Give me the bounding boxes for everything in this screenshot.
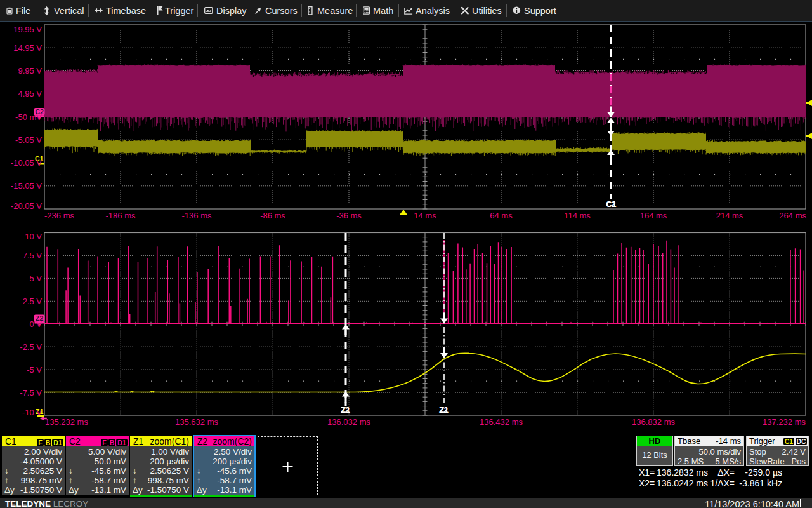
svg-text:-2.5 V: -2.5 V [20,342,42,352]
svg-text:2.5 V: 2.5 V [23,297,43,306]
svg-text:-10 V: -10 V [22,408,42,417]
svg-text:19.95 V: 19.95 V [13,25,42,34]
svg-text:-5.05 V: -5.05 V [15,135,42,145]
svg-text:10 V: 10 V [25,232,42,241]
svg-text:14.95 V: 14.95 V [13,43,42,53]
svg-text:9.95 V: 9.95 V [18,66,42,76]
svg-text:-10.05 V: -10.05 V [11,158,42,168]
svg-text:136.432 ms: 136.432 ms [480,417,523,427]
svg-text:136.832 ms: 136.832 ms [632,417,675,427]
svg-text:C2: C2 [606,200,616,209]
svg-text:14 ms: 14 ms [414,211,436,220]
svg-text:-50 mV: -50 mV [15,112,42,122]
svg-text:5 V: 5 V [29,274,42,283]
svg-text:-5 V: -5 V [27,365,42,375]
svg-text:-186 ms: -186 ms [106,211,136,220]
svg-text:-20.05 V: -20.05 V [11,201,42,211]
svg-text:-136 ms: -136 ms [182,211,212,220]
svg-text:137.232 ms: 137.232 ms [763,417,806,427]
svg-text:114 ms: 114 ms [564,211,591,220]
svg-text:7.5 V: 7.5 V [23,251,43,260]
svg-text:4.95 V: 4.95 V [18,89,42,98]
svg-text:264 ms: 264 ms [779,211,806,220]
svg-text:-236 ms: -236 ms [44,211,74,220]
svg-text:214 ms: 214 ms [716,211,743,220]
svg-text:135.232 ms: 135.232 ms [45,417,88,427]
svg-text:Z2: Z2 [439,406,448,415]
svg-text:-36 ms: -36 ms [336,211,362,220]
svg-text:164 ms: 164 ms [640,211,667,220]
svg-text:Z2: Z2 [341,406,350,415]
svg-text:-86 ms: -86 ms [260,211,285,220]
svg-text:64 ms: 64 ms [490,211,513,220]
svg-text:-15.05 V: -15.05 V [11,181,42,190]
svg-text:135.632 ms: 135.632 ms [175,417,218,427]
svg-text:0 V: 0 V [29,319,42,329]
svg-text:-7.5 V: -7.5 V [20,388,42,398]
svg-text:136.032 ms: 136.032 ms [327,417,370,427]
